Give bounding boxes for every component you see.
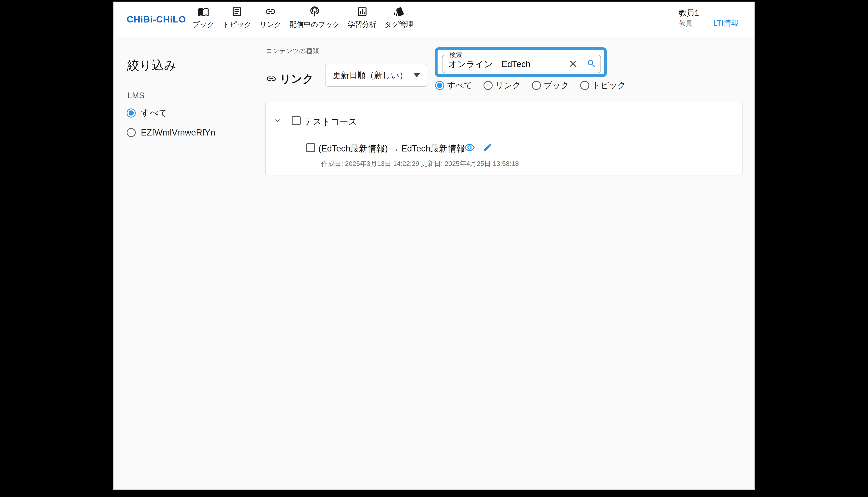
page-title: 絞り込み [127, 57, 176, 74]
type-radio-book[interactable]: ブック [532, 80, 569, 91]
created-date: 作成日: 2025年3月13日 14:22:29 [321, 159, 419, 168]
radio-label: トピック [592, 80, 626, 91]
content-type-value: リンク [280, 72, 314, 87]
nav-item-analytics[interactable]: 学習分析 [348, 6, 376, 29]
book-icon [198, 6, 209, 18]
nav-item-link[interactable]: リンク [260, 6, 282, 29]
nav-item-published-books[interactable]: 配信中のブック [289, 6, 340, 29]
radio-selected-icon[interactable] [127, 109, 136, 117]
link-item-title: (EdTech最新情報) → EdTech最新情報 [318, 143, 465, 154]
nav-label: トピック [223, 20, 252, 29]
tag-icon [393, 6, 404, 18]
radio-label: ブック [544, 80, 569, 91]
type-radio-topic[interactable]: トピック [580, 80, 626, 91]
nav-label: 学習分析 [348, 20, 376, 29]
nav-item-topic[interactable]: トピック [223, 6, 252, 29]
item-checkbox[interactable] [306, 143, 315, 152]
radio-unselected-icon[interactable] [580, 81, 589, 90]
nav-label: タグ管理 [384, 20, 413, 29]
search-input[interactable] [448, 55, 563, 73]
clear-search-button[interactable] [569, 59, 578, 68]
radio-label: すべて [447, 80, 472, 91]
app-window: CHiBi-CHiLO ブック トピック リンク 配信中のブック [113, 2, 755, 490]
radio-unselected-icon[interactable] [127, 128, 136, 137]
link-icon [265, 6, 276, 18]
nav-label: リンク [260, 20, 282, 29]
type-filter-group: すべて リンク ブック トピック [435, 80, 626, 91]
course-title: テストコース [304, 116, 357, 127]
analytics-icon [356, 6, 368, 18]
app-header: CHiBi-CHiLO ブック トピック リンク 配信中のブック [114, 2, 754, 37]
chevron-down-icon [414, 73, 420, 77]
radio-unselected-icon[interactable] [532, 81, 541, 90]
lti-info-link[interactable]: LTI情報 [713, 18, 739, 28]
edit-pencil-icon[interactable] [483, 143, 493, 153]
radio-selected-icon[interactable] [435, 81, 444, 90]
radio-unselected-icon[interactable] [484, 81, 493, 90]
sort-selected-value: 更新日順（新しい） [332, 70, 408, 81]
type-radio-all[interactable]: すべて [435, 80, 472, 91]
search-icon[interactable] [587, 59, 596, 68]
radio-label: リンク [495, 80, 521, 91]
app-logo[interactable]: CHiBi-CHiLO [127, 14, 186, 25]
content-type-value-row: リンク [266, 72, 314, 87]
nav-label: 配信中のブック [289, 20, 340, 29]
radio-label: すべて [141, 107, 168, 119]
user-role: 教員 [679, 19, 692, 28]
nav-item-tags[interactable]: タグ管理 [384, 6, 413, 29]
collapse-chevron-icon[interactable] [274, 117, 281, 125]
nav-label: ブック [193, 20, 214, 29]
radio-label: EZfWmlVrnweRfYn [141, 128, 215, 138]
user-name: 教員1 [679, 8, 699, 18]
lms-section-label: LMS [127, 91, 144, 100]
lms-radio-course[interactable]: EZfWmlVrnweRfYn [127, 128, 215, 138]
preview-eye-icon[interactable] [464, 142, 475, 153]
content-type-label: コンテンツの種類 [266, 46, 319, 55]
lms-radio-all[interactable]: すべて [127, 107, 168, 119]
link-icon [266, 73, 276, 85]
sort-select[interactable]: 更新日順（新しい） [325, 64, 427, 87]
course-checkbox[interactable] [292, 116, 301, 125]
screen: CHiBi-CHiLO ブック トピック リンク 配信中のブック [0, 0, 868, 497]
main-nav: ブック トピック リンク 配信中のブック 学習分析 [193, 6, 413, 29]
topic-icon [231, 6, 243, 18]
results-card: テストコース (EdTech最新情報) → EdTech最新情報 作成日: 20… [265, 102, 742, 175]
broadcast-icon [309, 6, 321, 18]
updated-date: 更新日: 2025年4月25日 13:58:18 [421, 159, 519, 168]
type-radio-link[interactable]: リンク [484, 80, 521, 91]
nav-item-book[interactable]: ブック [193, 6, 214, 29]
